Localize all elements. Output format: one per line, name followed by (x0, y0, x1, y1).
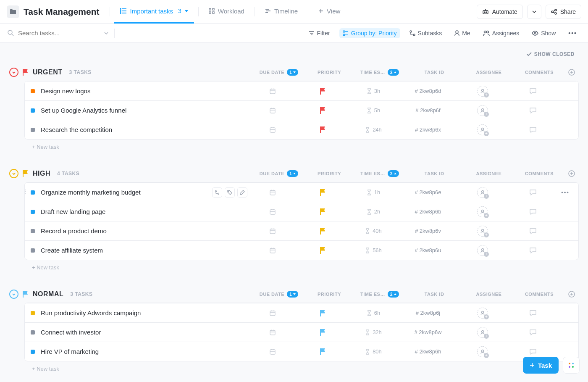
add-column-button[interactable] (564, 291, 579, 298)
tab-add-view[interactable]: View (312, 0, 346, 24)
add-assignee-icon[interactable] (477, 308, 488, 319)
task-name[interactable]: Design new logos (41, 87, 247, 95)
task-name[interactable]: Create affiliate system (41, 247, 247, 254)
comments-cell[interactable] (508, 348, 558, 355)
priority-cell[interactable] (298, 126, 348, 133)
tab-workload[interactable]: Workload (203, 0, 250, 24)
new-task-button[interactable]: + New task (24, 140, 579, 154)
status-square[interactable] (31, 311, 35, 315)
due-date-cell[interactable] (247, 208, 298, 215)
task-name[interactable]: Run productivity Adwords campaign (41, 309, 247, 316)
col-time-estimate[interactable]: TIME ES… 2 (354, 291, 405, 298)
tab-important-tasks[interactable]: Important tasks 3 (114, 0, 194, 24)
priority-cell[interactable] (298, 310, 348, 316)
due-date-cell[interactable] (247, 329, 298, 336)
comments-cell[interactable] (508, 247, 558, 254)
task-row[interactable]: Run productivity Adwords campaign 6h # 2… (25, 303, 578, 322)
task-row[interactable]: Hire VP of marketing 80h # 2kw8p6h (25, 342, 578, 361)
assignee-cell[interactable] (457, 124, 508, 135)
assignee-cell[interactable] (457, 187, 508, 198)
task-row[interactable]: Record a product demo 40h # 2kw8p6v (25, 221, 578, 240)
filter-button[interactable]: Filter (305, 28, 333, 38)
assignee-cell[interactable] (457, 308, 508, 319)
add-assignee-icon[interactable] (477, 346, 488, 357)
task-name[interactable]: Set up Google Analytics funnel (41, 107, 247, 114)
add-assignee-icon[interactable] (477, 187, 488, 198)
show-button[interactable]: Show (528, 28, 559, 38)
add-assignee-icon[interactable] (477, 206, 488, 217)
time-estimate-cell[interactable]: 24h (348, 126, 399, 133)
me-button[interactable]: Me (451, 28, 473, 38)
priority-cell[interactable] (298, 88, 348, 95)
priority-cell[interactable] (298, 107, 348, 114)
comments-cell[interactable] (508, 126, 558, 133)
assignees-button[interactable]: Assignees (480, 28, 523, 38)
task-id-cell[interactable]: # 2kw8p6d (399, 88, 457, 94)
comments-cell[interactable] (508, 189, 558, 196)
show-closed-toggle[interactable]: SHOW CLOSED (9, 50, 579, 64)
status-square[interactable] (31, 229, 35, 233)
priority-cell[interactable] (298, 189, 348, 196)
assignee-cell[interactable] (457, 105, 508, 116)
add-assignee-icon[interactable] (477, 327, 488, 338)
comments-cell[interactable] (508, 329, 558, 336)
search-input[interactable] (17, 29, 93, 37)
task-row[interactable]: Connect with investor 32h # 2kw8p6w (25, 322, 578, 342)
task-id-cell[interactable]: # 2kw8p6h (399, 348, 457, 355)
status-square[interactable] (31, 248, 35, 253)
chevron-down-icon[interactable] (104, 32, 108, 34)
tab-timeline[interactable]: Timeline (259, 0, 304, 24)
assignee-cell[interactable] (457, 327, 508, 338)
task-row[interactable]: Create affiliate system 56h # 2kw8p6u (25, 240, 578, 260)
task-id-cell[interactable]: # 2kw8p6u (399, 247, 457, 253)
due-date-cell[interactable] (247, 107, 298, 114)
col-priority[interactable]: PRIORITY (304, 171, 354, 176)
col-assignee[interactable]: ASSIGNEE (464, 171, 514, 176)
task-name[interactable]: Organize monthly marketing budget (41, 189, 210, 196)
col-due-date[interactable]: DUE DATE 1 (254, 170, 304, 177)
due-date-cell[interactable] (247, 126, 298, 133)
task-row[interactable]: Research the competition 24h # 2kw8p6x (25, 120, 578, 139)
task-id-cell[interactable]: # 2kw8p6j (399, 310, 457, 316)
col-comments[interactable]: COMMENTS (514, 171, 564, 176)
more-menu[interactable]: ••• (565, 28, 580, 38)
search-input-wrap[interactable] (8, 29, 108, 37)
task-row[interactable]: Organize monthly marketing budget 1h # 2… (25, 182, 578, 202)
collapse-toggle[interactable] (9, 68, 18, 77)
tag-action[interactable] (225, 187, 235, 198)
row-more[interactable]: ••• (558, 189, 572, 195)
assignee-cell[interactable] (457, 245, 508, 256)
task-row[interactable]: Design new logos 3h # 2kw8p6d (25, 81, 578, 100)
task-row[interactable]: Set up Google Analytics funnel 5h # 2kw8… (25, 100, 578, 120)
new-task-button[interactable]: + New task (24, 260, 579, 275)
group-by-button[interactable]: Group by: Priority (339, 28, 400, 38)
task-id-cell[interactable]: # 2kw8p6x (399, 126, 457, 133)
time-estimate-cell[interactable]: 3h (348, 88, 399, 94)
time-estimate-cell[interactable]: 5h (348, 107, 399, 113)
subtask-action[interactable] (212, 187, 222, 198)
time-estimate-cell[interactable]: 40h (348, 228, 399, 234)
comments-cell[interactable] (508, 310, 558, 316)
col-time-estimate[interactable]: TIME ES… 2 (354, 170, 405, 177)
task-name[interactable]: Hire VP of marketing (41, 348, 247, 355)
time-estimate-cell[interactable]: 2h (348, 208, 399, 215)
task-id-cell[interactable]: # 2kw8p6b (399, 208, 457, 215)
add-assignee-icon[interactable] (477, 124, 488, 135)
rename-action[interactable] (237, 187, 247, 198)
due-date-cell[interactable] (247, 247, 298, 254)
add-assignee-icon[interactable] (477, 245, 488, 256)
assignee-cell[interactable] (457, 206, 508, 217)
share-button[interactable]: Share (546, 5, 581, 19)
comments-cell[interactable] (508, 228, 558, 234)
time-estimate-cell[interactable]: 1h (348, 189, 399, 195)
due-date-cell[interactable] (247, 228, 298, 234)
task-name[interactable]: Connect with investor (41, 329, 247, 336)
time-estimate-cell[interactable]: 80h (348, 348, 399, 355)
col-assignee[interactable]: ASSIGNEE (464, 70, 514, 75)
assignee-cell[interactable] (457, 226, 508, 237)
comments-cell[interactable] (508, 88, 558, 95)
col-priority[interactable]: PRIORITY (304, 70, 354, 75)
col-task-id[interactable]: TASK ID (405, 171, 464, 176)
col-due-date[interactable]: DUE DATE 1 (254, 69, 304, 76)
new-task-button[interactable]: + New task (24, 361, 579, 376)
